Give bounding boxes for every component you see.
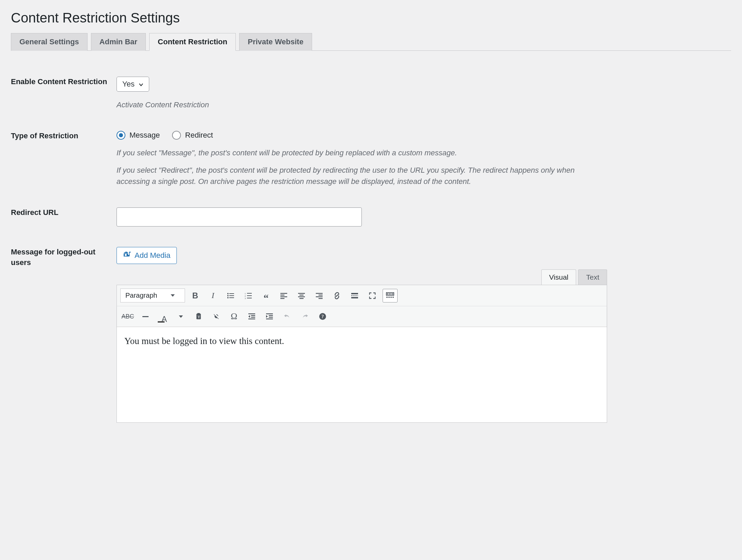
svg-text:T: T — [198, 315, 200, 319]
svg-rect-18 — [298, 296, 305, 297]
redo-button[interactable] — [297, 310, 312, 323]
undo-button[interactable] — [280, 310, 295, 323]
svg-rect-39 — [142, 316, 149, 317]
blockquote-button[interactable]: “ — [259, 289, 274, 302]
type-helper-message: If you select "Message", the post's cont… — [117, 147, 604, 158]
svg-rect-36 — [388, 297, 390, 298]
tab-content-restriction[interactable]: Content Restriction — [149, 33, 236, 51]
tab-admin-bar[interactable]: Admin Bar — [91, 33, 146, 51]
type-helper-redirect: If you select "Redirect", the post's con… — [117, 165, 604, 187]
svg-rect-31 — [387, 293, 388, 295]
tabs-container: General Settings Admin Bar Content Restr… — [11, 33, 731, 51]
svg-rect-21 — [319, 295, 323, 296]
type-of-restriction-label: Type of Restriction — [11, 124, 117, 201]
svg-rect-37 — [390, 297, 392, 298]
svg-rect-15 — [280, 298, 284, 299]
read-more-button[interactable] — [347, 289, 362, 302]
chevron-down-icon — [171, 294, 175, 297]
text-color-dropdown[interactable] — [173, 310, 188, 323]
message-label: Message for logged-out users — [11, 240, 117, 436]
add-media-label: Add Media — [135, 251, 170, 260]
align-right-button[interactable] — [312, 289, 327, 302]
editor-container: Visual Text Paragraph B I 123 — [117, 269, 607, 423]
redirect-url-input[interactable] — [117, 207, 362, 227]
align-center-button[interactable] — [294, 289, 309, 302]
strikethrough-button[interactable]: ABC — [120, 310, 135, 323]
svg-point-2 — [227, 295, 229, 296]
svg-rect-9 — [247, 295, 252, 296]
toolbar-toggle-button[interactable] — [383, 289, 398, 302]
tab-general-settings[interactable]: General Settings — [11, 33, 88, 51]
text-color-button[interactable]: A — [156, 310, 171, 323]
link-button[interactable] — [329, 289, 344, 302]
svg-rect-35 — [386, 297, 388, 298]
editor-content[interactable]: You must be logged in to view this conte… — [117, 327, 607, 422]
svg-rect-45 — [251, 317, 255, 318]
camera-music-icon — [123, 251, 131, 260]
svg-rect-25 — [351, 295, 353, 296]
editor-tab-visual[interactable]: Visual — [541, 269, 576, 285]
help-button[interactable]: ? — [315, 310, 330, 323]
radio-redirect-label: Redirect — [185, 131, 213, 140]
svg-rect-17 — [299, 295, 304, 296]
svg-point-0 — [227, 293, 229, 294]
radio-redirect[interactable]: Redirect — [172, 131, 213, 140]
svg-rect-43 — [248, 313, 255, 314]
svg-rect-24 — [351, 293, 358, 294]
svg-rect-20 — [316, 293, 323, 294]
svg-rect-13 — [280, 295, 284, 296]
svg-rect-3 — [229, 295, 234, 296]
enable-content-value: Yes — [122, 80, 135, 89]
svg-rect-33 — [390, 293, 391, 295]
svg-rect-16 — [298, 293, 305, 294]
svg-rect-26 — [353, 295, 355, 296]
chevron-down-icon — [138, 81, 144, 87]
svg-rect-48 — [269, 315, 273, 316]
svg-text:?: ? — [322, 314, 324, 319]
svg-rect-5 — [229, 297, 234, 298]
redirect-url-label: Redirect URL — [11, 201, 117, 240]
page-title: Content Restriction Settings — [11, 10, 731, 26]
editor-toolbar-row1: Paragraph B I 123 “ — [117, 285, 607, 306]
svg-rect-44 — [251, 315, 255, 316]
svg-rect-14 — [280, 296, 287, 297]
svg-rect-29 — [351, 297, 358, 298]
svg-rect-27 — [355, 295, 357, 296]
svg-point-4 — [227, 297, 229, 298]
radio-message-label: Message — [129, 131, 160, 140]
editor-tab-text[interactable]: Text — [578, 269, 607, 285]
svg-rect-23 — [319, 298, 323, 299]
tab-private-website[interactable]: Private Website — [239, 33, 312, 51]
horizontal-rule-button[interactable] — [138, 310, 153, 323]
bold-button[interactable]: B — [188, 289, 203, 302]
clear-formatting-button[interactable] — [209, 310, 224, 323]
svg-rect-46 — [248, 318, 255, 320]
format-select-value: Paragraph — [125, 292, 157, 299]
add-media-button[interactable]: Add Media — [117, 247, 177, 264]
enable-content-select[interactable]: Yes — [117, 77, 149, 92]
outdent-button[interactable] — [244, 310, 259, 323]
numbered-list-button[interactable]: 123 — [241, 289, 256, 302]
svg-rect-19 — [299, 298, 304, 299]
svg-rect-12 — [280, 293, 287, 294]
radio-message[interactable]: Message — [117, 131, 160, 140]
radio-circle-icon — [172, 131, 181, 140]
indent-button[interactable] — [262, 310, 277, 323]
radio-circle-icon — [117, 131, 125, 140]
format-select[interactable]: Paragraph — [120, 289, 185, 302]
enable-content-label: Enable Content Restriction — [11, 70, 117, 124]
svg-rect-7 — [247, 293, 252, 294]
svg-rect-34 — [392, 293, 393, 295]
align-left-button[interactable] — [276, 289, 291, 302]
svg-rect-22 — [316, 296, 323, 297]
special-character-button[interactable]: Ω — [227, 310, 242, 323]
fullscreen-button[interactable] — [365, 289, 380, 302]
editor-toolbar-row2: ABC A T Ω — [117, 306, 607, 327]
bullet-list-button[interactable] — [223, 289, 238, 302]
svg-rect-11 — [247, 298, 252, 298]
svg-rect-49 — [269, 317, 273, 318]
italic-button[interactable]: I — [205, 289, 220, 302]
svg-text:3: 3 — [245, 297, 246, 300]
svg-rect-1 — [229, 293, 234, 294]
paste-as-text-button[interactable]: T — [191, 310, 206, 323]
